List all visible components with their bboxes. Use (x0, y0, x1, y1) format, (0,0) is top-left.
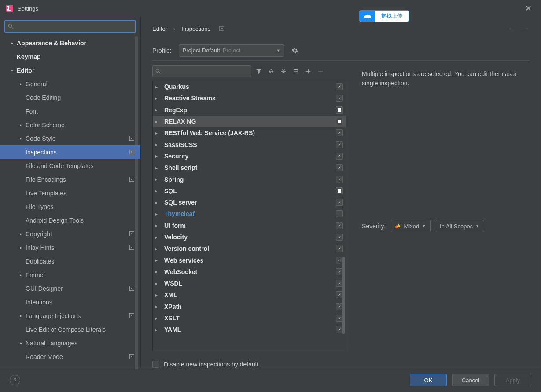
project-badge-icon (129, 231, 134, 236)
inspection-row[interactable]: ▸UI form (153, 220, 346, 231)
scope-select[interactable]: In All Scopes ▼ (436, 220, 484, 232)
apply-button[interactable]: Apply (494, 374, 531, 386)
inspection-checkbox[interactable] (336, 199, 343, 206)
inspection-name: XPath (164, 303, 336, 310)
gear-icon[interactable] (291, 47, 298, 54)
cancel-button[interactable]: Cancel (452, 374, 489, 386)
project-badge-icon (129, 354, 134, 359)
sidebar-item[interactable]: ▸Code Style (0, 132, 140, 145)
inspection-row[interactable]: ▸RESTful Web Service (JAX-RS) (153, 127, 346, 139)
add-icon[interactable] (303, 66, 313, 76)
nav-back-icon[interactable]: ← (508, 24, 515, 33)
inspection-checkbox[interactable] (336, 187, 343, 194)
sidebar-item[interactable]: ▸Language Injections (0, 309, 140, 322)
inspection-row[interactable]: ▸Version control (153, 243, 346, 254)
inspection-checkbox[interactable] (336, 141, 343, 148)
help-icon[interactable]: ? (10, 375, 20, 385)
profile-select[interactable]: Project Default Project ▼ (179, 44, 284, 57)
inspection-row[interactable]: ▸WSDL (153, 278, 346, 289)
upload-widget[interactable]: 拖拽上传 (359, 10, 409, 22)
inspection-row[interactable]: ▸Spring (153, 173, 346, 185)
inspection-checkbox[interactable] (336, 83, 343, 90)
inspection-checkbox[interactable] (336, 153, 343, 160)
svg-line-13 (159, 72, 160, 73)
inspection-row[interactable]: ▸XPath (153, 301, 346, 312)
filter-icon[interactable] (254, 66, 264, 76)
inspection-row[interactable]: ▸Velocity (153, 231, 346, 243)
sidebar-item[interactable]: GUI Designer (0, 282, 140, 295)
sidebar-item[interactable]: Live Edit of Compose Literals (0, 322, 140, 336)
inspection-row[interactable]: ▸Quarkus (153, 81, 346, 92)
collapse-all-icon[interactable] (279, 66, 288, 76)
sidebar-item[interactable]: ▸Natural Languages (0, 336, 140, 350)
sidebar-item[interactable]: Android Design Tools (0, 213, 140, 227)
expand-all-icon[interactable] (266, 66, 276, 76)
inspection-toolbar (152, 65, 346, 77)
inspection-checkbox[interactable] (336, 106, 343, 114)
sidebar-item[interactable]: Keymap (0, 50, 140, 63)
inspection-row[interactable]: ▸RELAX NG (153, 116, 346, 127)
svg-rect-3 (7, 9, 9, 10)
inspection-row[interactable]: ▸SQL server (153, 197, 346, 208)
inspection-checkbox[interactable] (336, 210, 343, 217)
inspection-row[interactable]: ▸Thymeleaf (153, 208, 346, 220)
nav-forward-icon[interactable]: → (522, 24, 530, 33)
inspection-checkbox[interactable] (336, 118, 343, 125)
inspection-row[interactable]: ▸XML (153, 289, 346, 300)
disable-checkbox[interactable] (152, 361, 159, 368)
inspection-row[interactable]: ▸WebSocket (153, 266, 346, 278)
inspection-row[interactable]: ▸Sass/SCSS (153, 139, 346, 150)
sidebar-item[interactable]: Code Editing (0, 91, 140, 104)
inspection-checkbox[interactable] (336, 176, 343, 183)
inspection-checkbox[interactable] (336, 129, 343, 136)
inspection-row[interactable]: ▸Security (153, 150, 346, 162)
sidebar-item[interactable]: ▾Editor (0, 63, 140, 77)
sidebar-item[interactable]: File and Code Templates (0, 159, 140, 172)
inspection-row[interactable]: ▸SQL (153, 185, 346, 197)
inspection-search-input[interactable] (161, 68, 248, 75)
chevron-down-icon: ▼ (276, 48, 280, 53)
inspection-tree[interactable]: ▸Quarkus▸Reactive Streams▸RegExp▸RELAX N… (152, 81, 346, 351)
scrollbar[interactable] (342, 257, 345, 334)
chevron-right-icon: ▸ (18, 272, 24, 277)
inspection-row[interactable]: ▸XSLT (153, 312, 346, 324)
severity-select[interactable]: Mixed ▼ (391, 220, 431, 232)
sidebar-item[interactable]: File Types (0, 200, 140, 213)
inspection-checkbox[interactable] (336, 234, 343, 241)
ok-button[interactable]: OK (410, 374, 447, 386)
sidebar-item[interactable]: ▸Color Scheme (0, 118, 140, 132)
inspection-name: XSLT (164, 315, 336, 322)
inspection-row[interactable]: ▸Shell script (153, 162, 346, 173)
reset-filter-icon[interactable] (291, 66, 301, 76)
sidebar-item[interactable]: Font (0, 104, 140, 118)
sidebar-item[interactable]: Duplicates (0, 254, 140, 268)
reset-icon[interactable] (219, 26, 224, 31)
inspection-checkbox[interactable] (336, 222, 343, 229)
inspection-checkbox[interactable] (336, 95, 343, 102)
sidebar-search-input[interactable] (15, 23, 132, 30)
inspection-name: XML (164, 291, 336, 298)
sidebar-item-label: Copyright (26, 231, 140, 238)
sidebar-item[interactable]: Inspections (0, 145, 140, 159)
sidebar-item[interactable]: ▸Emmet (0, 268, 140, 282)
sidebar-item[interactable]: Live Templates (0, 186, 140, 200)
inspection-checkbox[interactable] (336, 164, 343, 171)
remove-icon[interactable] (316, 66, 325, 76)
sidebar-search[interactable] (4, 20, 136, 33)
inspection-row[interactable]: ▸YAML (153, 324, 346, 335)
close-icon[interactable]: ✕ (522, 4, 535, 13)
inspection-row[interactable]: ▸Reactive Streams (153, 92, 346, 104)
sidebar-item[interactable]: ▸Inlay Hints (0, 241, 140, 254)
inspection-search[interactable] (152, 65, 251, 77)
sidebar-item[interactable]: ▸Copyright (0, 227, 140, 241)
inspection-row[interactable]: ▸Web services (153, 254, 346, 266)
inspection-checkbox[interactable] (336, 245, 343, 252)
sidebar-item[interactable]: File Encodings (0, 172, 140, 186)
breadcrumb-parent[interactable]: Editor (152, 26, 167, 32)
sidebar-item[interactable]: ▸General (0, 77, 140, 91)
sidebar-item[interactable]: Intentions (0, 295, 140, 309)
sidebar-item[interactable]: Reader Mode (0, 350, 140, 363)
sidebar-item[interactable]: ▸Appearance & Behavior (0, 36, 140, 50)
severity-icon (395, 223, 401, 229)
inspection-row[interactable]: ▸RegExp (153, 104, 346, 116)
